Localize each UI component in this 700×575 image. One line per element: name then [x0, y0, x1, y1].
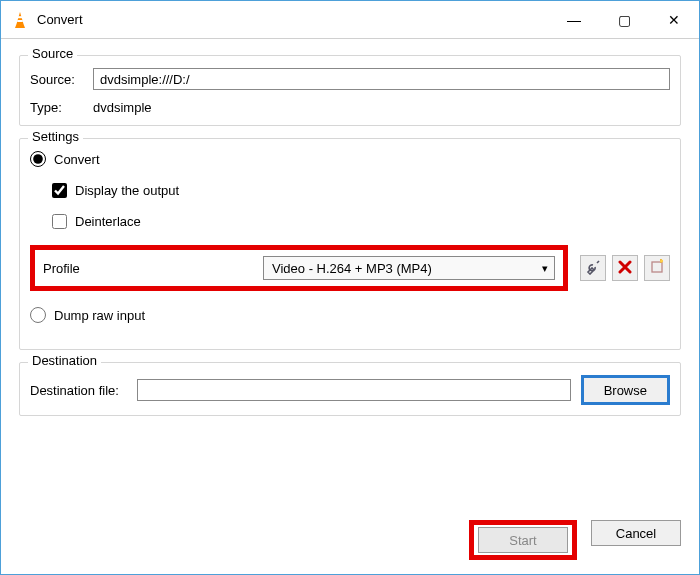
svg-marker-3: [15, 24, 25, 28]
display-output-checkbox[interactable]: [52, 183, 67, 198]
profile-new-button[interactable]: [644, 255, 670, 281]
profile-combobox[interactable]: Video - H.264 + MP3 (MP4): [263, 256, 555, 280]
browse-button[interactable]: Browse: [583, 377, 668, 403]
browse-highlight: Browse: [581, 375, 670, 405]
display-output-label: Display the output: [75, 183, 179, 198]
vlc-icon: [11, 11, 29, 29]
svg-rect-1: [18, 16, 22, 18]
deinterlace-checkbox[interactable]: [52, 214, 67, 229]
destination-group: Destination Destination file: Browse: [19, 362, 681, 416]
convert-radio[interactable]: [30, 151, 46, 167]
profile-label: Profile: [43, 261, 263, 276]
start-button[interactable]: Start: [478, 527, 568, 553]
svg-rect-4: [652, 262, 662, 272]
dump-raw-radio[interactable]: [30, 307, 46, 323]
minimize-button[interactable]: —: [549, 2, 599, 38]
new-profile-icon: [650, 259, 665, 277]
maximize-button[interactable]: ▢: [599, 2, 649, 38]
start-highlight: Start: [469, 520, 577, 560]
deinterlace-label: Deinterlace: [75, 214, 141, 229]
delete-x-icon: [618, 260, 632, 277]
type-value: dvdsimple: [93, 100, 152, 115]
destination-legend: Destination: [28, 353, 101, 368]
convert-label: Convert: [54, 152, 100, 167]
destination-file-input[interactable]: [137, 379, 571, 401]
profile-edit-button[interactable]: [580, 255, 606, 281]
dump-raw-label: Dump raw input: [54, 308, 145, 323]
source-label: Source:: [30, 72, 85, 87]
settings-legend: Settings: [28, 129, 83, 144]
titlebar: Convert — ▢ ✕: [1, 1, 699, 39]
settings-group: Settings Convert Display the output Dein…: [19, 138, 681, 350]
content-area: Source Source: Type: dvdsimple Settings …: [1, 39, 699, 510]
profile-highlight: Profile Video - H.264 + MP3 (MP4): [30, 245, 568, 291]
close-button[interactable]: ✕: [649, 2, 699, 38]
source-input[interactable]: [93, 68, 670, 90]
svg-point-5: [660, 260, 663, 263]
convert-dialog: Convert — ▢ ✕ Source Source: Type: dvdsi…: [0, 0, 700, 575]
type-label: Type:: [30, 100, 85, 115]
destination-file-label: Destination file:: [30, 383, 119, 398]
window-controls: — ▢ ✕: [549, 2, 699, 38]
profile-delete-button[interactable]: [612, 255, 638, 281]
wrench-icon: [585, 259, 601, 278]
source-group: Source Source: Type: dvdsimple: [19, 55, 681, 126]
cancel-button[interactable]: Cancel: [591, 520, 681, 546]
dialog-actions: Start Cancel: [1, 510, 699, 574]
profile-value: Video - H.264 + MP3 (MP4): [272, 261, 432, 276]
window-title: Convert: [37, 12, 549, 27]
source-legend: Source: [28, 46, 77, 61]
svg-rect-2: [17, 20, 23, 22]
